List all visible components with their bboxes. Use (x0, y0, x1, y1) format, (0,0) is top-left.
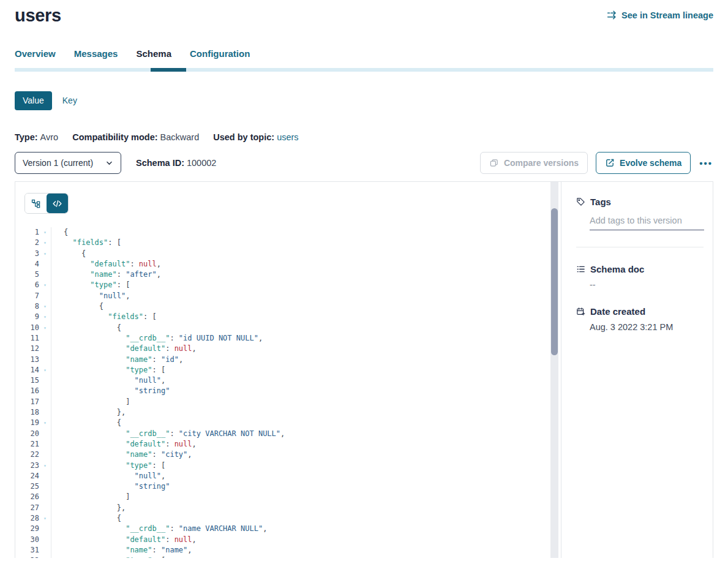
tab-schema[interactable]: Schema (136, 48, 171, 59)
version-select[interactable]: Version 1 (current) (15, 152, 121, 174)
compare-versions-button[interactable]: Compare versions (480, 152, 588, 174)
code-line: 28▾ { (15, 513, 561, 524)
code-line: 7 "null", (15, 291, 561, 301)
stream-lineage-icon (607, 10, 617, 20)
topic-link[interactable]: users (277, 132, 298, 142)
code-view-toggle-button[interactable] (47, 194, 68, 213)
fold-gutter (39, 259, 51, 269)
scrollbar-thumb[interactable] (551, 208, 558, 355)
line-number: 31 (15, 545, 39, 555)
line-number: 29 (15, 524, 39, 534)
fold-gutter (39, 355, 51, 365)
schema-doc-value: -- (590, 280, 704, 290)
code-line: 25 "string" (15, 481, 561, 492)
type-label: Type: (15, 132, 38, 142)
more-options-button[interactable]: ••• (699, 158, 713, 168)
line-number: 28 (15, 513, 39, 524)
schema-panel: 1▾{2▾ "fields": [3▾ {4 "default": null,5… (15, 181, 713, 558)
code-line-text: "fields": [ (51, 238, 121, 248)
fold-gutter (39, 397, 51, 407)
scrollbar-track[interactable] (550, 182, 558, 558)
tree-view-toggle-button[interactable] (25, 194, 47, 213)
line-number: 9 (15, 312, 39, 322)
line-number: 30 (15, 535, 39, 545)
code-line-text: "default": null, (51, 259, 161, 269)
date-created-value: Aug. 3 2022 3:21 PM (590, 322, 704, 332)
code-line-text: "fields": [ (51, 312, 157, 322)
code-line-text: { (51, 227, 68, 238)
code-line: 18 }, (15, 407, 561, 418)
fold-arrow-icon[interactable]: ▾ (39, 461, 51, 471)
line-number: 18 (15, 407, 39, 418)
fold-arrow-icon[interactable]: ▾ (39, 301, 51, 312)
line-number: 7 (15, 291, 39, 301)
see-in-stream-lineage-link[interactable]: See in Stream lineage (607, 10, 713, 20)
fold-arrow-icon[interactable]: ▾ (39, 249, 51, 259)
fold-arrow-icon[interactable]: ▾ (39, 280, 51, 290)
code-line: 11 "__crdb__": "id UUID NOT NULL", (15, 333, 561, 344)
code-line: 31 "name": "name", (15, 545, 561, 555)
fold-arrow-icon[interactable]: ▾ (39, 555, 51, 558)
tags-input[interactable] (590, 216, 704, 230)
code-line: 14▾ "type": [ (15, 365, 561, 375)
tags-title: Tags (590, 197, 611, 207)
code-editor[interactable]: 1▾{2▾ "fields": [3▾ {4 "default": null,5… (15, 182, 561, 558)
code-line: 6▾ "type": [ (15, 280, 561, 290)
line-number: 10 (15, 323, 39, 333)
fold-gutter (39, 407, 51, 418)
evolve-schema-button[interactable]: Evolve schema (596, 152, 691, 174)
fold-arrow-icon[interactable]: ▾ (39, 513, 51, 524)
tab-messages[interactable]: Messages (74, 48, 118, 59)
tab-overview[interactable]: Overview (15, 48, 56, 59)
code-line-text: }, (51, 503, 126, 513)
line-number: 3 (15, 249, 39, 259)
code-line: 9▾ "fields": [ (15, 312, 561, 322)
compatibility-field: Compatibility mode:Backward (72, 132, 199, 142)
fold-gutter (39, 524, 51, 534)
chevron-down-icon (105, 159, 113, 167)
code-line: 30 "default": null, (15, 535, 561, 545)
fold-arrow-icon[interactable]: ▾ (39, 227, 51, 238)
fold-gutter (39, 450, 51, 460)
active-tab-indicator (151, 68, 186, 72)
code-line: 24 "null", (15, 471, 561, 481)
fold-arrow-icon[interactable]: ▾ (39, 312, 51, 322)
line-number: 16 (15, 386, 39, 396)
lineage-link-label: See in Stream lineage (621, 10, 713, 20)
code-line: 17 ] (15, 397, 561, 407)
code-line: 12 "default": null, (15, 344, 561, 354)
value-toggle-button[interactable]: Value (15, 91, 52, 110)
line-number: 4 (15, 259, 39, 269)
code-line: 15 "null", (15, 375, 561, 386)
code-view-icon (52, 198, 62, 209)
code-line-text: { (51, 249, 86, 259)
line-number: 15 (15, 375, 39, 386)
code-line: 1▾{ (15, 227, 561, 238)
code-line-text: "null", (51, 291, 130, 301)
line-number: 21 (15, 439, 39, 450)
code-line: 20 "__crdb__": "city VARCHAR NOT NULL", (15, 429, 561, 439)
date-created-title: Date created (590, 306, 645, 317)
line-number: 12 (15, 344, 39, 354)
compatibility-value: Backward (160, 132, 200, 142)
fold-gutter (39, 471, 51, 481)
used-by-topic-field: Used by topic:users (213, 132, 298, 142)
fold-arrow-icon[interactable]: ▾ (39, 418, 51, 428)
sidebar-divider (576, 247, 704, 247)
fold-arrow-icon[interactable]: ▾ (39, 323, 51, 333)
compatibility-label: Compatibility mode: (72, 132, 157, 142)
code-line: 22 "name": "city", (15, 450, 561, 460)
tab-configuration[interactable]: Configuration (190, 48, 250, 59)
tags-section-header: Tags (576, 197, 704, 207)
fold-arrow-icon[interactable]: ▾ (39, 365, 51, 375)
fold-gutter (39, 481, 51, 492)
fold-gutter (39, 344, 51, 354)
schema-doc-title: Schema doc (590, 264, 644, 274)
schema-id-value: 100002 (187, 158, 216, 168)
key-toggle-button[interactable]: Key (52, 91, 88, 110)
code-line: 13 "name": "id", (15, 355, 561, 365)
fold-gutter (39, 439, 51, 450)
fold-gutter (39, 333, 51, 344)
line-number: 23 (15, 461, 39, 471)
fold-arrow-icon[interactable]: ▾ (39, 238, 51, 248)
